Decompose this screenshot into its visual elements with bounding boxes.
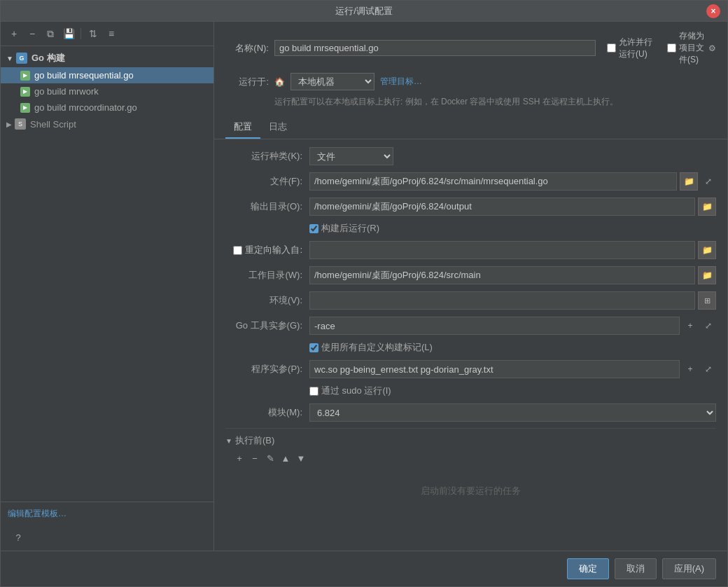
go-tool-args-add-button[interactable]: + [682,318,698,333]
run-sudo-checkbox[interactable] [309,387,318,396]
move-config-button[interactable]: ⇅ [85,26,101,41]
module-select[interactable]: 6.824 [309,403,716,422]
module-value: 6.824 [309,403,716,422]
run-kind-row: 运行种类(K): 文件 [225,146,716,166]
edit-template-link[interactable]: 编辑配置模板… [8,509,66,518]
program-args-add-button[interactable]: + [682,361,698,377]
allow-parallel-label: 允许并行运行(U) [607,36,656,60]
work-dir-browse-button[interactable]: 📁 [698,266,716,284]
program-args-expand-button[interactable]: ⤢ [701,361,716,377]
use-all-tags-row: 使用所有自定义构建标记(L) [309,341,716,354]
name-label: 名称(N): [225,42,274,55]
tree-group-go-build-header[interactable]: ▼ G Go 构建 [1,49,214,67]
remove-config-button[interactable]: − [24,26,40,41]
apply-button[interactable]: 应用(A) [662,558,716,579]
go-tool-args-value: + ⤢ [309,317,716,335]
config-item-label: go build mrsequential.go [34,70,134,81]
redirect-input-checkbox[interactable] [233,246,242,255]
program-args-input[interactable] [309,360,680,378]
work-dir-row: 工作目录(W): 📁 [225,265,716,285]
env-edit-button[interactable]: ⊞ [698,291,716,310]
env-input[interactable] [309,291,695,310]
config-tree: ▼ G Go 构建 ▶ go build mrsequential.go ▶ g… [1,46,214,277]
env-label: 环境(V): [225,294,309,307]
pre-launch-down-button[interactable]: ▼ [294,451,308,465]
program-args-row: 程序实参(P): + ⤢ [225,359,716,379]
store-as-file-checkbox[interactable] [667,43,676,53]
tree-group-shell-header[interactable]: ▶ S Shell Script [1,116,214,132]
config-item-mrsequential[interactable]: ▶ go build mrsequential.go [1,67,214,83]
file-expand-button[interactable]: ⤢ [701,174,716,189]
edit-template-section: 编辑配置模板… [1,502,214,525]
target-select[interactable]: 本地机器 [290,73,374,90]
output-dir-label: 输出目录(O): [225,200,309,213]
work-dir-input[interactable] [309,266,695,284]
help-button[interactable]: ? [10,530,26,545]
sort-config-button[interactable]: ≡ [104,26,119,41]
go-tool-args-expand-button[interactable]: ⤢ [701,318,716,333]
pre-launch-arrow: ▼ [225,437,232,445]
save-config-button[interactable]: 💾 [61,26,76,41]
file-input[interactable] [309,172,677,191]
redirect-browse-button[interactable]: 📁 [698,241,716,259]
go-tool-args-input[interactable] [309,317,680,335]
copy-config-button[interactable]: ⧉ [43,26,58,41]
program-args-label: 程序实参(P): [225,363,309,375]
target-row: 运行于: 🏠 本地机器 管理目标… [225,73,716,90]
store-as-file-label: 存储为项目文件(S) ⚙ [667,30,716,66]
title-bar: 运行/调试配置 × [1,1,727,22]
file-value: 📁 ⤢ [309,172,716,191]
config-item-label-3: go build mrcoordinator.go [34,102,137,113]
use-all-tags-checkbox[interactable] [309,343,318,352]
work-dir-value: 📁 [309,266,716,284]
pre-launch-remove-button[interactable]: − [248,451,262,465]
run-kind-select[interactable]: 文件 [309,147,393,165]
dialog-title: 运行/调试配置 [335,5,393,18]
pre-launch-section-header[interactable]: ▼ 执行前(B) [225,434,716,447]
run-debug-config-dialog: 运行/调试配置 × + − ⧉ 💾 ⇅ ≡ ▼ G [0,0,728,587]
config-item-label-2: go build mrwork [34,86,99,97]
dialog-footer: 确定 取消 应用(A) [1,551,727,586]
config-header: 名称(N): 允许并行运行(U) 存储为项目文件(S) ⚙ [214,22,727,116]
add-config-button[interactable]: + [6,26,22,41]
module-label: 模块(M): [225,406,309,419]
config-item-mrcoordinator[interactable]: ▶ go build mrcoordinator.go [1,99,214,116]
tree-group-go-build: ▼ G Go 构建 ▶ go build mrsequential.go ▶ g… [1,49,214,116]
build-after-run-checkbox[interactable] [309,224,318,233]
config-tabs: 配置 日志 [214,116,727,139]
cancel-button[interactable]: 取消 [615,558,657,579]
output-dir-input[interactable] [309,198,695,216]
tab-config[interactable]: 配置 [225,116,260,139]
config-item-mrwork[interactable]: ▶ go build mrwork [1,83,214,99]
shell-script-label: Shell Script [30,119,76,130]
close-button[interactable]: × [706,4,720,18]
pre-launch-up-button[interactable]: ▲ [279,451,293,465]
go-build-arrow: ▼ [6,55,13,62]
config-name-input[interactable] [274,40,596,56]
config-item-icon-2: ▶ [20,87,30,97]
target-select-wrap: 🏠 本地机器 管理目标… [274,73,422,90]
allow-parallel-checkbox[interactable] [607,43,616,53]
module-row: 模块(M): 6.824 [225,403,716,422]
main-content: + − ⧉ 💾 ⇅ ≡ ▼ G Go 构建 [1,22,727,551]
run-sudo-row: 通过 sudo 运行(I) [309,385,716,397]
redirect-input-field[interactable] [309,241,695,259]
go-tool-args-row: Go 工具实参(G): + ⤢ [225,316,716,336]
program-args-value: + ⤢ [309,360,716,378]
pre-launch-edit-button[interactable]: ✎ [263,451,277,465]
config-toolbar: + − ⧉ 💾 ⇅ ≡ [1,22,214,46]
pre-launch-add-button[interactable]: + [232,451,246,465]
config-form: 运行种类(K): 文件 文件(F): 📁 ⤢ [214,139,727,551]
tab-log[interactable]: 日志 [260,116,295,139]
env-value: ⊞ [309,291,716,310]
output-dir-value: 📁 [309,198,716,216]
run-kind-value: 文件 [309,147,716,165]
manage-target-link[interactable]: 管理目标… [380,76,422,88]
run-sudo-label: 通过 sudo 运行(I) [309,385,391,397]
file-browse-button[interactable]: 📁 [680,172,698,191]
redirect-input-row: 重定向输入自: 📁 [225,240,716,260]
pre-launch-label: 执行前(B) [235,434,274,447]
shell-arrow: ▶ [6,120,12,128]
confirm-button[interactable]: 确定 [567,558,609,579]
output-dir-browse-button[interactable]: 📁 [698,198,716,216]
